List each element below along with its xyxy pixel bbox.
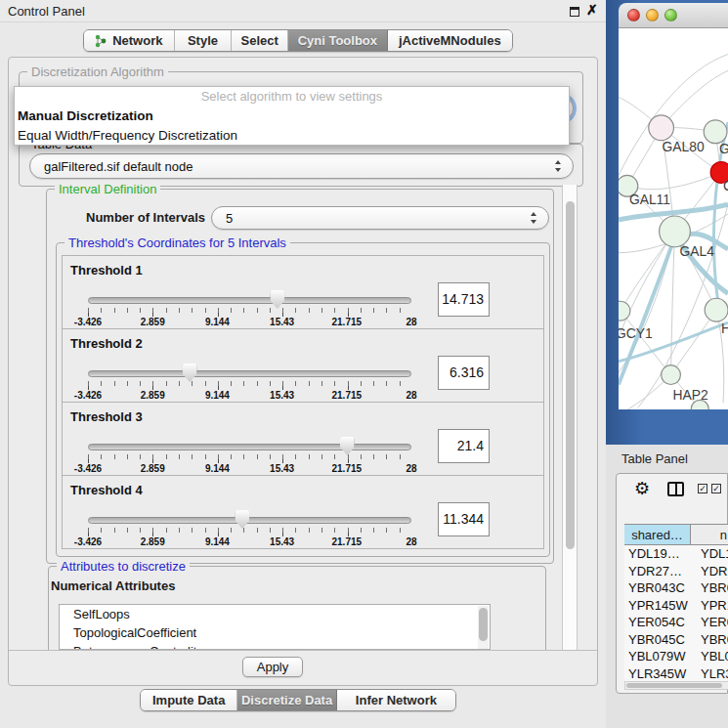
slider-track[interactable] [88,517,411,524]
threshold-value-field[interactable]: 14.713 [438,282,490,317]
tab-network[interactable]: Network [84,30,175,51]
node-h[interactable] [705,298,728,321]
algorithm-dropdown-popup: Select algorithm to view settings Manual… [14,86,570,146]
scrollbar-thumb[interactable] [566,201,575,549]
table-row[interactable]: YDR27… YDR2 [624,563,728,580]
column-header-shared-name[interactable]: shared… [624,525,691,544]
network-window-titlebar[interactable] [619,3,728,28]
table-panel-title: Table Panel [621,451,688,466]
table-row[interactable]: YPR145W YPR1 [624,597,728,615]
attribute-list-item[interactable]: TopologicalCoefficient [60,623,490,642]
discretization-algorithm-title: Discretization Algorithm [27,64,168,79]
tab-jactivemnodules[interactable]: jActiveMNodules [388,30,512,51]
node-gcy1[interactable] [619,301,630,321]
attributes-group: Attributes to discretize Numerical Attri… [48,566,546,650]
node-hap2[interactable] [662,365,681,385]
threshold-slider[interactable]: -3.426 2.859 9.144 15.43 21.715 28 [84,289,412,328]
attribute-list-item[interactable]: SelfLoops [60,605,490,623]
traffic-light-zoom-button[interactable] [664,9,677,21]
slider-track[interactable] [88,297,411,304]
slider-thumb[interactable] [340,437,355,455]
table-row[interactable]: YBR045C YBR0 [624,631,728,649]
slider-minor-ticks [88,381,412,386]
slider-thumb[interactable] [270,290,284,309]
slider-scale: -3.426 2.859 9.144 15.43 21.715 28 [88,390,411,402]
attributes-scrollbar[interactable] [478,606,489,650]
dropdown-prompt: Select algorithm to view settings [15,87,569,107]
tab-infer-network[interactable]: Infer Network [337,690,455,710]
interval-definition-title: Interval Definition [55,182,160,196]
node-gal80[interactable] [649,115,674,141]
number-of-intervals-value: 5 [226,211,233,226]
traffic-light-close-button[interactable] [627,9,640,21]
checkbox-icon[interactable]: ✓ [698,484,707,493]
apply-row: Apply [9,650,597,686]
threshold-slider[interactable]: -3.426 2.859 9.144 15.43 21.715 28 [84,436,412,475]
threshold-value-field[interactable]: 11.344 [438,502,490,536]
table-data-combo[interactable]: galFiltered.sif default node [29,153,574,179]
table-horizontal-scrollbar[interactable] [624,681,728,690]
threshold-panel: Threshold 4 -3.426 2.859 [62,475,544,549]
numerical-attributes-label: Numerical Attributes [51,578,175,593]
split-view-icon[interactable] [667,482,684,496]
threshold-value-field[interactable]: 21.4 [438,429,490,463]
interval-definition-group: Interval Definition Number of Intervals … [46,189,554,564]
tab-impute-data[interactable]: Impute Data [141,690,237,710]
scrollbar-thumb[interactable] [626,683,722,688]
traffic-light-minimize-button[interactable] [646,9,659,21]
network-canvas[interactable]: GAL80 GA C GAL11 GAL4 GCY1 H HAP2 [619,28,728,409]
table-panel-region: Table Panel ⚙ ✓ ✓ shared… n YDL19… YDL1 [606,445,728,728]
control-panel: Control Panel ✗ Network Style [0,0,606,728]
cyni-settings-panel: Discretization Algorithm Select algorith… [8,57,598,686]
table-row[interactable]: YBR043C YBR0 [624,579,728,597]
threshold-label: Threshold 1 [70,263,143,278]
attribute-list-item[interactable]: BetweennessCentrality [60,642,490,650]
slider-thumb[interactable] [235,510,249,529]
settings-scroll-area: Discretization Algorithm Select algorith… [9,58,599,650]
numerical-attributes-list: SelfLoops TopologicalCoefficient Between… [59,604,491,650]
close-icon[interactable]: ✗ [586,2,598,18]
node-label: GA [719,141,728,156]
table-row[interactable]: YBL079W YBL0 [624,648,728,665]
slider-track[interactable] [88,370,411,377]
screen: Control Panel ✗ Network Style [0,0,728,728]
table-data-group: Table Data galFiltered.sif default node [19,144,583,187]
threshold-panel: Threshold 2 -3.426 2.859 [62,328,544,403]
checkbox-icon[interactable]: ✓ [711,484,721,493]
table-row[interactable]: YLR345W YLR3 [624,665,728,683]
number-of-intervals-combo[interactable]: 5 [211,206,549,230]
node-label: H [721,321,728,336]
threshold-value-field[interactable]: 6.316 [438,356,490,390]
apply-button[interactable]: Apply [242,657,303,677]
table-row[interactable]: YER054C YER0 [624,614,728,631]
node-label: HAP2 [673,387,708,403]
node-label: GAL11 [629,192,670,207]
tab-cyni-toolbox[interactable]: Cyni Toolbox [288,30,388,51]
network-window: GAL80 GA C GAL11 GAL4 GCY1 H HAP2 [619,3,728,409]
tab-select[interactable]: Select [232,30,288,51]
table-data-value: galFiltered.sif default node [44,159,193,174]
threshold-list: Threshold 1 -3.426 2.859 [62,256,544,549]
settings-vertical-scrollbar[interactable] [562,185,578,650]
slider-minor-ticks [88,454,412,459]
float-window-icon[interactable] [570,7,579,17]
column-header-name[interactable]: n [691,525,728,544]
slider-thumb[interactable] [183,364,197,382]
dropdown-item-equal-width[interactable]: Equal Width/Frequency Discretization [15,126,569,146]
threshold-slider[interactable]: -3.426 2.859 9.144 15.43 21.715 28 [84,363,412,402]
tab-discretize-data[interactable]: Discretize Data [237,690,336,710]
table-row[interactable]: YDL19… YDL1 [624,545,728,563]
node-label: GCY1 [619,325,653,341]
slider-track[interactable] [88,444,411,450]
top-tab-bar: Network Style Select Cyni Toolbox jActiv… [83,29,513,52]
node-label: GAL80 [663,139,705,154]
bottom-tab-bar: Impute Data Discretize Data Infer Networ… [140,689,456,711]
gear-icon[interactable]: ⚙ [634,479,650,498]
combo-arrows-icon [555,160,562,172]
tab-style[interactable]: Style [175,30,233,51]
tab-network-label: Network [112,33,162,48]
threshold-label: Threshold 3 [70,409,143,424]
dropdown-item-manual-discretization[interactable]: Manual Discretization [15,107,569,126]
threshold-slider[interactable]: -3.426 2.859 9.144 15.43 21.715 28 [84,509,412,548]
network-icon [95,34,107,48]
